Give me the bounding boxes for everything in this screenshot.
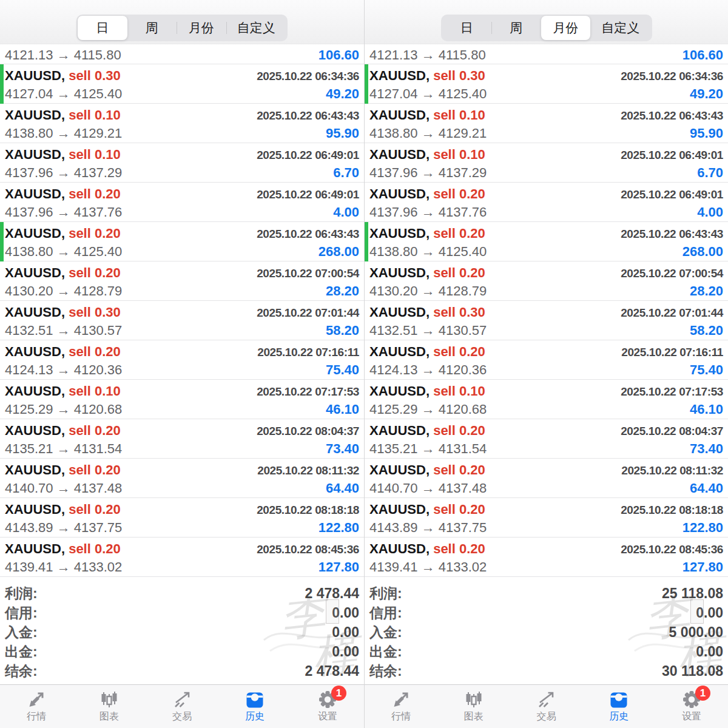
arrow-right-icon: →: [422, 402, 435, 417]
trade-timestamp: 2025.10.22 07:16:11: [621, 346, 723, 359]
period-tab-1[interactable]: 周: [491, 16, 541, 40]
summary-value: 2 478.44: [305, 663, 359, 679]
arrow-right-icon: →: [57, 402, 70, 417]
trade-timestamp: 2025.10.22 07:00:54: [257, 267, 359, 280]
trade-timestamp: 2025.10.22 07:17:53: [257, 385, 359, 399]
tab-history[interactable]: 历史: [582, 685, 655, 728]
trade-symbol: XAUUSD, sell 0.20: [369, 265, 485, 281]
trade-row[interactable]: XAUUSD, sell 0.20 2025.10.22 07:16:11 41…: [0, 340, 364, 380]
trade-row[interactable]: XAUUSD, sell 0.10 2025.10.22 06:49:01 41…: [365, 143, 728, 183]
trade-row[interactable]: XAUUSD, sell 0.30 2025.10.22 07:01:44 41…: [365, 301, 728, 340]
trade-prices: 4125.29 → 4120.68: [369, 402, 487, 417]
summary-value: 2 478.44: [305, 585, 359, 602]
period-filter-bar: 日周月份自定义: [365, 0, 728, 44]
trade-row[interactable]: XAUUSD, sell 0.20 2025.10.22 06:43:43 41…: [0, 222, 364, 261]
tab-settings[interactable]: 1 设置: [291, 685, 364, 728]
trade-prices: 4139.41 → 4133.02: [369, 559, 487, 575]
trade-row[interactable]: XAUUSD, sell 0.20 2025.10.22 08:11:32 41…: [0, 459, 364, 498]
trade-profit: 4.00: [333, 204, 359, 220]
trade-row[interactable]: XAUUSD, sell 0.10 2025.10.22 06:43:43 41…: [365, 104, 728, 143]
trade-profit: 6.70: [697, 165, 723, 181]
trade-row[interactable]: XAUUSD, sell 0.20 2025.10.22 07:00:54 41…: [365, 261, 728, 301]
trade-prices: 4139.41 → 4133.02: [5, 559, 122, 575]
period-tab-1[interactable]: 周: [127, 16, 177, 40]
tab-label: 设置: [682, 711, 701, 722]
tab-trade[interactable]: 交易: [510, 685, 583, 728]
quotes-icon: [389, 688, 413, 711]
trade-prices: 4124.13 → 4120.36: [5, 362, 122, 378]
trade-row[interactable]: XAUUSD, sell 0.20 2025.10.22 06:49:01 41…: [0, 183, 364, 222]
trade-row[interactable]: XAUUSD, sell 0.30 2025.10.22 06:34:36 41…: [365, 64, 728, 104]
arrow-right-icon: →: [422, 204, 435, 220]
tab-settings[interactable]: 1 设置: [655, 685, 728, 728]
tab-quotes[interactable]: 行情: [365, 685, 437, 728]
trade-row[interactable]: XAUUSD, sell 0.20 2025.10.22 08:04:37 41…: [0, 419, 364, 459]
summary-line: 结余: 2 478.44: [5, 661, 359, 681]
trade-profit: 49.20: [690, 86, 723, 102]
trade-row-partial[interactable]: 4121.13 → 4115.80 106.60: [365, 44, 728, 64]
trade-symbol: XAUUSD, sell 0.20: [5, 462, 121, 478]
trade-symbol: XAUUSD, sell 0.30: [369, 68, 485, 84]
trade-row[interactable]: XAUUSD, sell 0.20 2025.10.22 06:43:43 41…: [365, 222, 728, 261]
trade-row[interactable]: XAUUSD, sell 0.10 2025.10.22 07:17:53 41…: [365, 380, 728, 419]
tab-label: 历史: [609, 711, 629, 722]
trade-row[interactable]: XAUUSD, sell 0.20 2025.10.22 08:18:18 41…: [365, 498, 728, 538]
summary-value: 0.00: [696, 644, 723, 660]
trade-row[interactable]: XAUUSD, sell 0.20 2025.10.22 08:18:18 41…: [0, 498, 364, 538]
trade-row[interactable]: XAUUSD, sell 0.30 2025.10.22 06:34:36 41…: [0, 64, 364, 104]
tab-label: 设置: [318, 711, 337, 722]
trade-row[interactable]: XAUUSD, sell 0.20 2025.10.22 08:45:36 41…: [365, 538, 728, 577]
trade-profit: 75.40: [326, 362, 359, 378]
period-tab-0[interactable]: 日: [442, 16, 492, 40]
tab-label: 交易: [172, 711, 192, 722]
trade-timestamp: 2025.10.22 06:34:36: [621, 70, 723, 83]
summary-line: 信用: 0.00: [369, 603, 723, 622]
arrow-right-icon: →: [57, 559, 70, 575]
trade-row[interactable]: XAUUSD, sell 0.10 2025.10.22 06:49:01 41…: [0, 143, 364, 183]
trade-row[interactable]: XAUUSD, sell 0.20 2025.10.22 06:49:01 41…: [365, 183, 728, 222]
arrow-right-icon: →: [57, 441, 70, 456]
trade-marker-bar: [365, 222, 368, 261]
trade-history-list: 4121.13 → 4115.80 106.60 XAUUSD, sell 0.…: [0, 44, 364, 577]
period-filter-bar: 日周月份自定义: [0, 0, 364, 44]
period-tab-3[interactable]: 自定义: [590, 16, 650, 40]
tab-trade[interactable]: 交易: [146, 685, 218, 728]
tab-history[interactable]: 历史: [218, 685, 291, 728]
trade-prices: 4125.29 → 4120.68: [5, 402, 122, 417]
trade-prices: 4140.70 → 4137.48: [369, 480, 487, 496]
tab-chart[interactable]: 图表: [73, 685, 146, 728]
trade-timestamp: 2025.10.22 07:00:54: [621, 267, 723, 280]
period-tab-3[interactable]: 自定义: [226, 16, 286, 40]
trade-row[interactable]: XAUUSD, sell 0.20 2025.10.22 08:04:37 41…: [365, 419, 728, 459]
trade-prices: 4127.04 → 4125.40: [369, 86, 487, 102]
trade-profit: 95.90: [690, 126, 723, 141]
period-tab-2[interactable]: 月份: [177, 16, 226, 40]
tab-label: 行情: [27, 711, 46, 722]
trade-row[interactable]: XAUUSD, sell 0.10 2025.10.22 06:43:43 41…: [0, 104, 364, 143]
period-tab-0[interactable]: 日: [78, 16, 127, 40]
trade-row[interactable]: XAUUSD, sell 0.10 2025.10.22 07:17:53 41…: [0, 380, 364, 419]
trade-row[interactable]: XAUUSD, sell 0.20 2025.10.22 08:11:32 41…: [365, 459, 728, 498]
arrow-right-icon: →: [422, 86, 435, 101]
trade-prices: 4127.04 → 4125.40: [5, 86, 122, 102]
trade-timestamp: 2025.10.22 08:45:36: [257, 543, 359, 556]
arrow-right-icon: →: [422, 441, 435, 456]
trade-row-partial[interactable]: 4121.13 → 4115.80 106.60: [0, 44, 364, 64]
trade-row[interactable]: XAUUSD, sell 0.20 2025.10.22 08:45:36 41…: [0, 538, 364, 577]
period-tab-2[interactable]: 月份: [541, 16, 591, 40]
trade-symbol: XAUUSD, sell 0.10: [5, 147, 121, 163]
trade-profit: 64.40: [690, 480, 723, 496]
trade-row[interactable]: XAUUSD, sell 0.20 2025.10.22 07:16:11 41…: [365, 340, 728, 380]
trade-prices: 4143.89 → 4137.75: [5, 520, 122, 536]
summary-value: 0.00: [332, 644, 359, 660]
arrow-right-icon: →: [422, 165, 435, 180]
summary-line: 结余: 30 118.08: [369, 661, 723, 681]
trade-prices: 4138.80 → 4129.21: [5, 126, 122, 141]
trade-row[interactable]: XAUUSD, sell 0.20 2025.10.22 07:00:54 41…: [0, 261, 364, 301]
trade-row[interactable]: XAUUSD, sell 0.30 2025.10.22 07:01:44 41…: [0, 301, 364, 340]
tab-quotes[interactable]: 行情: [0, 685, 73, 728]
tab-chart[interactable]: 图表: [437, 685, 510, 728]
trade-profit: 6.70: [333, 165, 359, 181]
trade-timestamp: 2025.10.22 06:49:01: [257, 188, 359, 201]
trade-icon: [170, 688, 194, 711]
